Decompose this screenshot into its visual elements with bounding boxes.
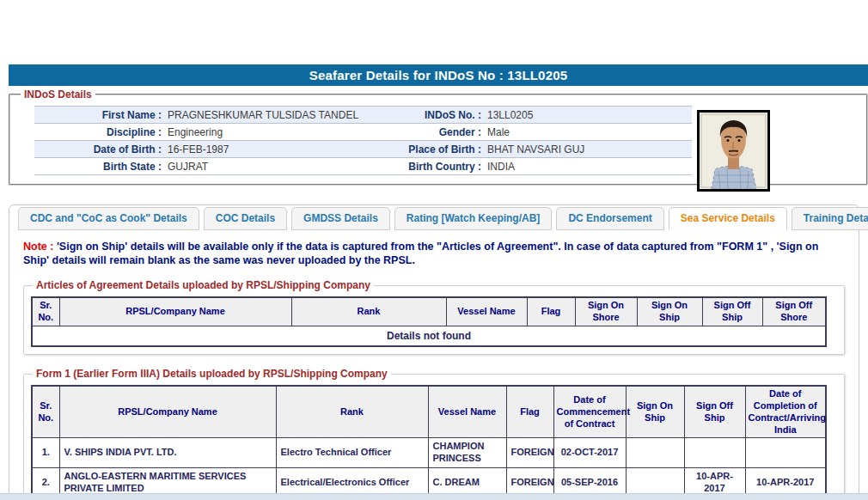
date-of-birth-label: Date of Birth : [34, 143, 162, 155]
tab-gmdss-details[interactable]: GMDSS Details [291, 207, 390, 230]
detail-row-birth-state: Birth State : GUJRAT Birth Country : IND… [34, 158, 692, 175]
table-row: 1. V. SHIPS INDIA PVT. LTD. Electro Tech… [32, 438, 826, 468]
col-date-of-commencement: Date of Commencement of Contract [553, 386, 626, 438]
form1-table: Sr. No. RPSL/Company Name Rank Vessel Na… [31, 385, 827, 498]
birth-country-value: INDIA [481, 161, 692, 173]
gender-value: Male [481, 126, 692, 138]
cell-sign-on-ship [626, 438, 684, 468]
birth-country-label: Birth Country : [387, 161, 481, 173]
col-sign-off-ship: Sign Off Ship [684, 386, 745, 438]
col-sr-no: Sr. No. [32, 386, 59, 438]
detail-row-first-name: First Name : PRAGNESHKUMAR TULSIDAS TAND… [34, 107, 692, 124]
page-bottom-strip [0, 493, 868, 500]
cell-rpsl-company-name: V. SHIPS INDIA PVT. LTD. [59, 438, 276, 468]
col-vessel-name: Vessel Name [446, 297, 527, 326]
indos-details-section: INDoS Details First Name : PRAGNESHKUMAR… [9, 88, 868, 186]
col-sign-off-ship: Sign Off Ship [702, 297, 762, 326]
form1-legend: Form 1 (Earlier Form IIIA) Details uploa… [33, 368, 391, 380]
col-rpsl-company-name: RPSL/Company Name [59, 297, 291, 326]
col-flag: Flag [527, 297, 575, 326]
articles-of-agreement-table: Sr. No. RPSL/Company Name Rank Vessel Na… [31, 296, 827, 347]
col-flag: Flag [506, 386, 553, 438]
birth-state-value: GUJRAT [162, 161, 387, 173]
page-title: Seafarer Details for INDoS No : 13LL0205 [9, 64, 868, 86]
detail-row-date-of-birth: Date of Birth : 16-FEB-1987 Place of Bir… [34, 141, 692, 158]
details-not-found-message: Details not found [32, 326, 826, 346]
discipline-value: Engineering [162, 126, 387, 138]
cell-date-of-completion [745, 438, 826, 468]
form1-section: Form 1 (Earlier Form IIIA) Details uploa… [23, 368, 845, 500]
seafarer-photo-image [700, 113, 767, 189]
tab-coc-details[interactable]: COC Details [204, 207, 287, 230]
col-date-of-completion: Date of Completion of Contract/Arriving … [745, 386, 826, 438]
cell-sr-no: 1. [32, 438, 59, 468]
tab-training-details[interactable]: Training Details [792, 207, 868, 230]
birth-state-label: Birth State : [34, 161, 162, 173]
place-of-birth-label: Place of Birth : [387, 143, 481, 155]
date-of-birth-value: 16-FEB-1987 [162, 143, 387, 155]
col-sign-on-shore: Sign On Shore [575, 297, 637, 326]
form1-header-row: Sr. No. RPSL/Company Name Rank Vessel Na… [32, 386, 826, 438]
cell-date-of-commencement: 02-OCT-2017 [553, 438, 626, 468]
first-name-value: PRAGNESHKUMAR TULSIDAS TANDEL [162, 109, 387, 121]
details-tab-panel: CDC and "CoC as Cook" Details COC Detail… [9, 204, 859, 500]
sea-service-tab-content: Note : 'Sign on Ship' details will be av… [9, 230, 859, 500]
indos-details-grid: First Name : PRAGNESHKUMAR TULSIDAS TAND… [34, 106, 692, 175]
indos-no-label: INDoS No. : [387, 109, 481, 121]
sign-on-ship-note: Note : 'Sign on Ship' details will be av… [23, 241, 845, 267]
cell-vessel-name: CHAMPION PRINCESS [428, 438, 506, 468]
seafarer-photo [697, 110, 770, 192]
col-sr-no: Sr. No. [32, 297, 59, 326]
articles-of-agreement-section: Articles of Agreement Details uploaded b… [23, 279, 845, 355]
place-of-birth-value: BHAT NAVSARI GUJ [481, 143, 692, 155]
top-whitespace [0, 0, 868, 64]
articles-header-row: Sr. No. RPSL/Company Name Rank Vessel Na… [32, 297, 826, 326]
tab-rating-watch-keeping-ab[interactable]: Rating [Watch Keeping/AB] [394, 207, 553, 230]
col-sign-off-shore: Sign Off Shore [762, 297, 826, 326]
tab-dc-endorsement[interactable]: DC Endorsement [556, 207, 663, 230]
gender-label: Gender : [387, 126, 481, 138]
col-rank: Rank [276, 386, 428, 438]
seafarer-details-page: Seafarer Details for INDoS No : 13LL0205… [9, 64, 868, 500]
note-label: Note : [23, 241, 53, 253]
articles-of-agreement-legend: Articles of Agreement Details uploaded b… [33, 279, 374, 291]
details-not-found-row: Details not found [32, 326, 826, 346]
col-rpsl-company-name: RPSL/Company Name [59, 386, 276, 438]
detail-row-discipline: Discipline : Engineering Gender : Male [34, 124, 692, 141]
col-rank: Rank [291, 297, 446, 326]
indos-no-value: 13LL0205 [481, 109, 692, 121]
cell-flag: FOREIGN [506, 438, 553, 468]
tab-cdc-coc-as-cook-details[interactable]: CDC and "CoC as Cook" Details [18, 207, 199, 230]
tab-sea-service-details[interactable]: Sea Service Details [669, 207, 787, 230]
first-name-label: First Name : [34, 109, 162, 121]
note-text: 'Sign on Ship' details will be available… [23, 241, 818, 266]
col-vessel-name: Vessel Name [428, 386, 506, 438]
discipline-label: Discipline : [34, 126, 162, 138]
col-sign-on-ship: Sign On Ship [637, 297, 702, 326]
tab-bar: CDC and "CoC as Cook" Details COC Detail… [9, 205, 859, 230]
cell-rank: Electro Technical Officer [276, 438, 428, 468]
indos-details-legend: INDoS Details [21, 88, 95, 101]
cell-sign-off-ship [684, 438, 745, 468]
col-sign-on-ship: Sign On Ship [626, 386, 684, 438]
